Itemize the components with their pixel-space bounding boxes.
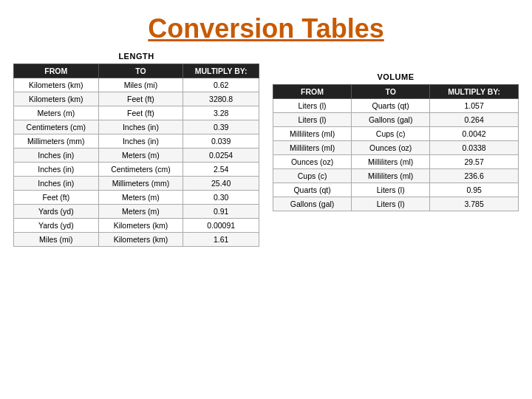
table-row: Meters (m)Feet (ft)3.28 — [14, 106, 259, 120]
table-cell: Inches (in) — [98, 134, 183, 149]
table-cell: 3.28 — [183, 106, 259, 120]
table-cell: 25.40 — [183, 177, 259, 191]
table-cell: 0.039 — [183, 134, 259, 149]
table-cell: 1.057 — [430, 99, 519, 113]
table-cell: Milliliters (ml) — [352, 155, 430, 169]
table-cell: 29.57 — [430, 155, 519, 169]
table-cell: Meters (m) — [98, 205, 183, 219]
table-row: Feet (ft)Meters (m)0.30 — [14, 191, 259, 205]
table-cell: Ounces (oz) — [273, 155, 352, 169]
table-row: Kilometers (km)Miles (mi)0.62 — [14, 78, 259, 92]
table-row: Liters (l)Quarts (qt)1.057 — [273, 99, 519, 113]
table-cell: 0.62 — [183, 78, 259, 92]
table-cell: Meters (m) — [98, 191, 183, 205]
table-cell: 0.95 — [430, 183, 519, 197]
table-cell: Liters (l) — [352, 197, 430, 211]
table-cell: Liters (l) — [273, 99, 352, 113]
table-cell: 0.00091 — [183, 219, 259, 233]
table-cell: Cups (c) — [352, 127, 430, 141]
table-row: Cups (c)Milliliters (ml)236.6 — [273, 169, 519, 183]
table-cell: Milliliters (ml) — [352, 169, 430, 183]
table-cell: Quarts (qt) — [352, 99, 430, 113]
table-cell: 0.39 — [183, 120, 259, 134]
table-cell: Kilometers (km) — [98, 219, 183, 233]
table-cell: 3.785 — [430, 197, 519, 211]
table-cell: Feet (ft) — [98, 92, 183, 106]
table-cell: 1.61 — [183, 233, 259, 247]
table-cell: Kilometers (km) — [98, 233, 183, 247]
table-cell: 0.264 — [430, 113, 519, 127]
table-cell: Liters (l) — [352, 183, 430, 197]
table-row: Kilometers (km)Feet (ft)3280.8 — [14, 92, 259, 106]
volume-section: VOLUME FROM TO MULTIPLY BY: Liters (l)Qu… — [273, 52, 519, 211]
table-cell: Inches (in) — [14, 163, 99, 177]
table-row: Yards (yd)Meters (m)0.91 — [14, 205, 259, 219]
table-cell: Meters (m) — [98, 149, 183, 163]
table-cell: 0.0042 — [430, 127, 519, 141]
table-cell: Miles (mi) — [14, 233, 99, 247]
length-section-title: LENGTH — [13, 52, 259, 61]
table-cell: 0.91 — [183, 205, 259, 219]
table-cell: Centimeters (cm) — [14, 120, 99, 134]
table-cell: 236.6 — [430, 169, 519, 183]
table-cell: Kilometers (km) — [14, 78, 99, 92]
table-row: Ounces (oz)Milliliters (ml)29.57 — [273, 155, 519, 169]
table-cell: 0.0338 — [430, 141, 519, 155]
table-row: Miles (mi)Kilometers (km)1.61 — [14, 233, 259, 247]
table-cell: Millimeters (mm) — [98, 177, 183, 191]
table-row: Liters (l)Gallons (gal)0.264 — [273, 113, 519, 127]
table-cell: 0.30 — [183, 191, 259, 205]
length-section: LENGTH FROM TO MULTIPLY BY: Kilometers (… — [13, 52, 259, 247]
table-cell: Gallons (gal) — [352, 113, 430, 127]
volume-table: FROM TO MULTIPLY BY: Liters (l)Quarts (q… — [273, 84, 519, 211]
table-row: Milliliters (ml)Ounces (oz)0.0338 — [273, 141, 519, 155]
volume-col-to: TO — [352, 85, 430, 99]
table-cell: Feet (ft) — [98, 106, 183, 120]
table-cell: Gallons (gal) — [273, 197, 352, 211]
table-cell: 3280.8 — [183, 92, 259, 106]
table-row: Quarts (qt)Liters (l)0.95 — [273, 183, 519, 197]
table-row: Millimeters (mm)Inches (in)0.039 — [14, 134, 259, 149]
table-cell: Feet (ft) — [14, 191, 99, 205]
table-cell: Meters (m) — [14, 106, 99, 120]
table-row: Milliliters (ml)Cups (c)0.0042 — [273, 127, 519, 141]
table-cell: Inches (in) — [14, 149, 99, 163]
table-cell: Yards (yd) — [14, 219, 99, 233]
table-cell: Yards (yd) — [14, 205, 99, 219]
table-cell: Millimeters (mm) — [14, 134, 99, 149]
length-col-from: FROM — [14, 64, 99, 78]
table-cell: Inches (in) — [14, 177, 99, 191]
table-cell: Liters (l) — [273, 113, 352, 127]
table-cell: Inches (in) — [98, 120, 183, 134]
table-cell: Miles (mi) — [98, 78, 183, 92]
table-cell: Kilometers (km) — [14, 92, 99, 106]
volume-col-multiply: MULTIPLY BY: — [430, 85, 519, 99]
table-cell: 0.0254 — [183, 149, 259, 163]
volume-col-from: FROM — [273, 85, 352, 99]
table-cell: Milliliters (ml) — [273, 141, 352, 155]
table-cell: Quarts (qt) — [273, 183, 352, 197]
table-cell: Centimeters (cm) — [98, 163, 183, 177]
table-row: Inches (in)Meters (m)0.0254 — [14, 149, 259, 163]
length-col-multiply: MULTIPLY BY: — [183, 64, 259, 78]
table-row: Centimeters (cm)Inches (in)0.39 — [14, 120, 259, 134]
table-cell: Ounces (oz) — [352, 141, 430, 155]
table-cell: Cups (c) — [273, 169, 352, 183]
length-table: FROM TO MULTIPLY BY: Kilometers (km)Mile… — [13, 64, 259, 247]
table-row: Inches (in)Centimeters (cm)2.54 — [14, 163, 259, 177]
table-cell: Milliliters (ml) — [273, 127, 352, 141]
table-cell: 2.54 — [183, 163, 259, 177]
page-title: Conversion Tables — [0, 0, 532, 52]
tables-wrapper: LENGTH FROM TO MULTIPLY BY: Kilometers (… — [0, 52, 532, 247]
table-row: Inches (in)Millimeters (mm)25.40 — [14, 177, 259, 191]
table-row: Gallons (gal)Liters (l)3.785 — [273, 197, 519, 211]
table-row: Yards (yd)Kilometers (km)0.00091 — [14, 219, 259, 233]
volume-section-title: VOLUME — [273, 72, 519, 81]
length-col-to: TO — [98, 64, 183, 78]
